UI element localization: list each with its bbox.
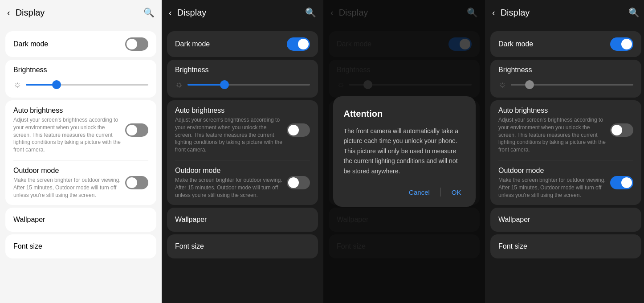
outdoor-mode-label: Outdoor mode xyxy=(175,167,282,175)
wallpaper-row[interactable]: Wallpaper xyxy=(5,208,156,232)
outdoor-mode-desc: Make the screen brighter for outdoor vie… xyxy=(498,176,606,199)
auto-brightness-toggle[interactable] xyxy=(287,123,310,137)
outdoor-mode-text: Outdoor mode Make the screen brighter fo… xyxy=(498,167,606,199)
slider-fill xyxy=(187,84,224,86)
wallpaper-section: Wallpaper xyxy=(490,208,641,232)
dark-mode-toggle[interactable] xyxy=(287,37,310,51)
ok-button[interactable]: OK xyxy=(448,187,465,198)
search-button[interactable]: 🔍 xyxy=(305,7,316,18)
auto-brightness-text: Auto brightness Adjust your screen's bri… xyxy=(498,106,606,154)
panel-3: ‹ Display 🔍 Dark mode Brightness ☼ xyxy=(323,0,485,303)
wallpaper-row[interactable]: Wallpaper xyxy=(490,208,641,232)
cancel-button[interactable]: Cancel xyxy=(405,187,433,198)
auto-brightness-section: Auto brightness Adjust your screen's bri… xyxy=(167,100,318,205)
dark-mode-row: Dark mode xyxy=(490,31,641,57)
font-size-section: Font size xyxy=(167,234,318,258)
sun-icon: ☼ xyxy=(498,79,506,90)
outdoor-mode-toggle[interactable] xyxy=(287,176,310,189)
dark-mode-section: Dark mode xyxy=(167,31,318,57)
panel2-content: Dark mode Brightness ☼ xyxy=(162,25,323,303)
brightness-slider[interactable] xyxy=(511,84,633,86)
wallpaper-section: Wallpaper xyxy=(5,208,156,232)
dialog-divider xyxy=(440,188,441,197)
font-size-section: Font size xyxy=(490,234,641,258)
auto-brightness-label: Auto brightness xyxy=(498,106,606,115)
page-title: Display xyxy=(177,8,300,18)
back-button[interactable]: ‹ xyxy=(7,8,10,18)
wallpaper-label: Wallpaper xyxy=(498,216,530,224)
brightness-inner: Brightness ☼ xyxy=(167,60,318,98)
outdoor-mode-desc: Make the screen brighter for outdoor vie… xyxy=(175,176,282,199)
auto-brightness-row: Auto brightness Adjust your screen's bri… xyxy=(5,100,156,160)
auto-brightness-toggle[interactable] xyxy=(125,123,148,137)
auto-brightness-toggle[interactable] xyxy=(610,123,633,137)
sun-icon: ☼ xyxy=(13,79,21,90)
panel-1: ‹ Display 🔍 Dark mode Brightness ☼ xyxy=(0,0,162,303)
wallpaper-label: Wallpaper xyxy=(175,216,207,224)
outdoor-mode-label: Outdoor mode xyxy=(13,167,121,175)
outdoor-mode-desc: Make the screen brighter for outdoor vie… xyxy=(13,176,121,199)
dark-mode-section: Dark mode xyxy=(490,31,641,57)
brightness-section: Brightness ☼ xyxy=(5,60,156,98)
font-size-label: Font size xyxy=(498,242,527,250)
dark-mode-label: Dark mode xyxy=(13,40,48,48)
panel-2: ‹ Display 🔍 Dark mode Brightness ☼ xyxy=(162,0,323,303)
auto-brightness-section: Auto brightness Adjust your screen's bri… xyxy=(490,100,641,205)
outdoor-mode-row: Outdoor mode Make the screen brighter fo… xyxy=(167,160,318,205)
brightness-slider[interactable] xyxy=(187,84,310,86)
wallpaper-section: Wallpaper xyxy=(167,208,318,232)
brightness-row: ☼ xyxy=(13,79,148,90)
auto-brightness-desc: Adjust your screen's brightness accordin… xyxy=(498,116,606,154)
wallpaper-label: Wallpaper xyxy=(13,216,45,224)
dark-mode-section: Dark mode xyxy=(5,31,156,57)
brightness-inner: Brightness ☼ xyxy=(490,60,641,98)
font-size-row[interactable]: Font size xyxy=(5,234,156,258)
wallpaper-row[interactable]: Wallpaper xyxy=(167,208,318,232)
back-button[interactable]: ‹ xyxy=(492,8,495,18)
outdoor-mode-row: Outdoor mode Make the screen brighter fo… xyxy=(5,160,156,205)
outdoor-mode-text: Outdoor mode Make the screen brighter fo… xyxy=(13,167,121,199)
dark-mode-label: Dark mode xyxy=(175,40,210,48)
font-size-label: Font size xyxy=(175,242,204,250)
auto-brightness-row: Auto brightness Adjust your screen's bri… xyxy=(167,100,318,160)
auto-brightness-desc: Adjust your screen's brightness accordin… xyxy=(175,116,282,154)
attention-dialog: Attention The front camera will automati… xyxy=(333,96,476,207)
dark-mode-row: Dark mode xyxy=(5,31,156,57)
brightness-section: Brightness ☼ xyxy=(167,60,318,98)
search-button[interactable]: 🔍 xyxy=(143,7,155,18)
outdoor-mode-toggle[interactable] xyxy=(125,176,148,189)
outdoor-mode-label: Outdoor mode xyxy=(498,167,606,175)
slider-thumb[interactable] xyxy=(52,80,61,89)
brightness-row: ☼ xyxy=(175,79,310,90)
dialog-title: Attention xyxy=(344,109,465,119)
sun-icon: ☼ xyxy=(175,79,183,90)
search-button[interactable]: 🔍 xyxy=(628,7,640,18)
outdoor-mode-toggle[interactable] xyxy=(610,176,633,189)
panel1-header: ‹ Display 🔍 xyxy=(0,0,162,25)
auto-brightness-label: Auto brightness xyxy=(175,106,282,115)
auto-brightness-text: Auto brightness Adjust your screen's bri… xyxy=(13,106,121,154)
page-title: Display xyxy=(501,8,623,18)
slider-track xyxy=(511,84,633,86)
dialog-overlay: Attention The front camera will automati… xyxy=(323,0,485,303)
dialog-actions: Cancel OK xyxy=(344,187,465,198)
dark-mode-toggle[interactable] xyxy=(610,37,633,51)
auto-brightness-row: Auto brightness Adjust your screen's bri… xyxy=(490,100,641,160)
panel4-content: Dark mode Brightness ☼ xyxy=(485,25,644,303)
auto-brightness-text: Auto brightness Adjust your screen's bri… xyxy=(175,106,282,154)
slider-thumb[interactable] xyxy=(525,80,534,89)
dark-mode-label: Dark mode xyxy=(498,40,533,48)
font-size-row[interactable]: Font size xyxy=(167,234,318,258)
auto-brightness-section: Auto brightness Adjust your screen's bri… xyxy=(5,100,156,205)
panel4-header: ‹ Display 🔍 xyxy=(485,0,644,25)
brightness-section: Brightness ☼ xyxy=(490,60,641,98)
dark-mode-toggle[interactable] xyxy=(125,37,148,51)
back-button[interactable]: ‹ xyxy=(169,8,172,18)
brightness-slider[interactable] xyxy=(26,84,148,86)
font-size-row[interactable]: Font size xyxy=(490,234,641,258)
brightness-row: ☼ xyxy=(498,79,633,90)
brightness-title: Brightness xyxy=(498,66,633,74)
panel2-header: ‹ Display 🔍 xyxy=(162,0,323,25)
slider-thumb[interactable] xyxy=(220,80,229,89)
brightness-title: Brightness xyxy=(13,66,148,74)
